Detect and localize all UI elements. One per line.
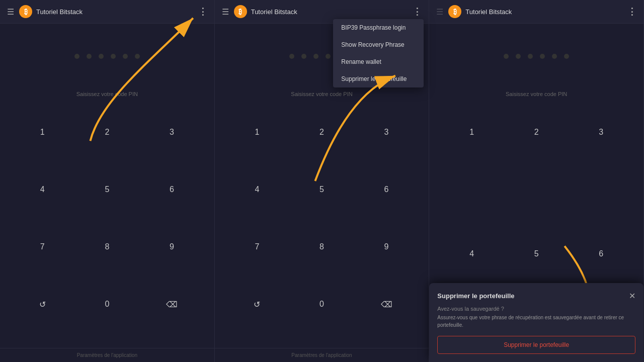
pin-dot [289,54,294,59]
dropdown-menu: BIP39 Passphrase login Show Recovery Phr… [333,19,424,87]
pin-dots-1 [74,54,140,59]
key-4[interactable]: 4 [439,240,504,268]
key-2[interactable]: 2 [75,118,140,146]
delete-wallet-button[interactable]: Supprimer le portefeuille [437,336,635,354]
panel-3: ☰ ₿ Tutoriel Bitstack ⋮ Saisissez votre … [429,0,644,362]
key-7[interactable]: 7 [225,233,290,261]
pin-dot [74,54,79,59]
key-0[interactable]: 0 [75,291,140,318]
panel-1: ☰ ₿ Tutoriel Bitstack ⋮ Saisissez votre … [0,0,215,362]
key-backspace[interactable]: ⌫ [139,291,204,318]
footer-1[interactable]: Paramètres de l'application [0,348,214,362]
key-4[interactable]: 4 [10,175,75,203]
pin-dot [135,54,140,59]
key-refresh[interactable]: ↺ [10,291,75,318]
key-2[interactable]: 2 [289,118,354,146]
panel-2: ☰ ₿ Tutoriel Bitstack ⋮ BIP39 Passphrase… [215,0,430,362]
key-4[interactable]: 4 [225,175,290,203]
pin-dot [111,54,116,59]
app-title-1: Tutoriel Bitstack [36,8,198,16]
app-title-2: Tutoriel Bitstack [251,8,413,16]
key-5[interactable]: 5 [504,240,569,268]
pin-dot [564,54,569,59]
bitcoin-logo-3: ₿ [448,5,461,18]
pin-dot [301,54,306,59]
pin-dot [123,54,128,59]
bitcoin-logo-1: ₿ [19,5,32,18]
key-5[interactable]: 5 [289,175,354,203]
key-9[interactable]: 9 [139,233,204,261]
key-6[interactable]: 6 [354,175,419,203]
pin-dot [326,54,331,59]
key-1[interactable]: 1 [10,118,75,146]
pin-label-2: Saisissez votre code PIN [291,91,352,97]
key-3[interactable]: 3 [354,118,419,146]
key-7[interactable]: 7 [10,233,75,261]
dropdown-item-delete[interactable]: Supprimer le portefeuille [333,70,424,87]
dialog-close-icon[interactable]: ✕ [629,291,635,301]
pin-label-3: Saisissez votre code PIN [506,91,567,97]
more-icon-1[interactable]: ⋮ [198,6,207,17]
key-backspace[interactable]: ⌫ [354,291,419,318]
dropdown-item-rename[interactable]: Rename wallet [333,53,424,70]
pin-dot [540,54,545,59]
pin-dots-3 [504,54,569,59]
pin-dot [552,54,557,59]
dropdown-item-recovery[interactable]: Show Recovery Phrase [333,36,424,53]
more-icon-2[interactable]: ⋮ [413,6,422,17]
key-9[interactable]: 9 [354,233,419,261]
delete-wallet-dialog: Supprimer le portefeuille ✕ Avez-vous la… [429,283,643,362]
app-title-3: Tutoriel Bitstack [465,8,627,16]
key-1[interactable]: 1 [225,118,290,146]
key-8[interactable]: 8 [75,233,140,261]
key-6[interactable]: 6 [569,240,633,268]
pin-dot [313,54,318,59]
dialog-title: Supprimer le portefeuille [437,292,514,300]
header-1: ☰ ₿ Tutoriel Bitstack ⋮ [0,0,214,24]
numpad-1: 1 2 3 4 5 6 7 8 9 ↺ 0 ⌫ [0,118,214,348]
dialog-subtitle: Avez-vous la sauvegardé ? [437,306,635,312]
key-5[interactable]: 5 [75,175,140,203]
hamburger-icon-1[interactable]: ☰ [7,7,14,17]
key-3[interactable]: 3 [569,118,633,146]
hamburger-icon-2[interactable]: ☰ [222,7,229,17]
pin-dot [87,54,92,59]
footer-2[interactable]: Paramètres de l'application [215,348,429,362]
hamburger-icon-3: ☰ [436,7,443,17]
key-6[interactable]: 6 [139,175,204,203]
more-icon-3[interactable]: ⋮ [627,6,636,17]
key-refresh[interactable]: ↺ [225,291,290,318]
pin-dot [528,54,533,59]
key-0[interactable]: 0 [289,291,354,318]
pin-dot [516,54,521,59]
numpad-2: 1 2 3 4 5 6 7 8 9 ↺ 0 ⌫ [215,118,429,348]
dialog-body: Assurez-vous que votre phrase de récupér… [437,314,635,329]
pin-dot [99,54,104,59]
dialog-header: Supprimer le portefeuille ✕ [437,291,635,301]
pin-dot [504,54,509,59]
dropdown-item-bip39[interactable]: BIP39 Passphrase login [333,19,424,36]
key-1[interactable]: 1 [439,118,504,146]
pin-label-1: Saisissez votre code PIN [76,91,138,97]
key-8[interactable]: 8 [289,233,354,261]
header-3: ☰ ₿ Tutoriel Bitstack ⋮ [429,0,643,24]
key-2[interactable]: 2 [504,118,569,146]
bitcoin-logo-2: ₿ [234,5,247,18]
key-3[interactable]: 3 [139,118,204,146]
